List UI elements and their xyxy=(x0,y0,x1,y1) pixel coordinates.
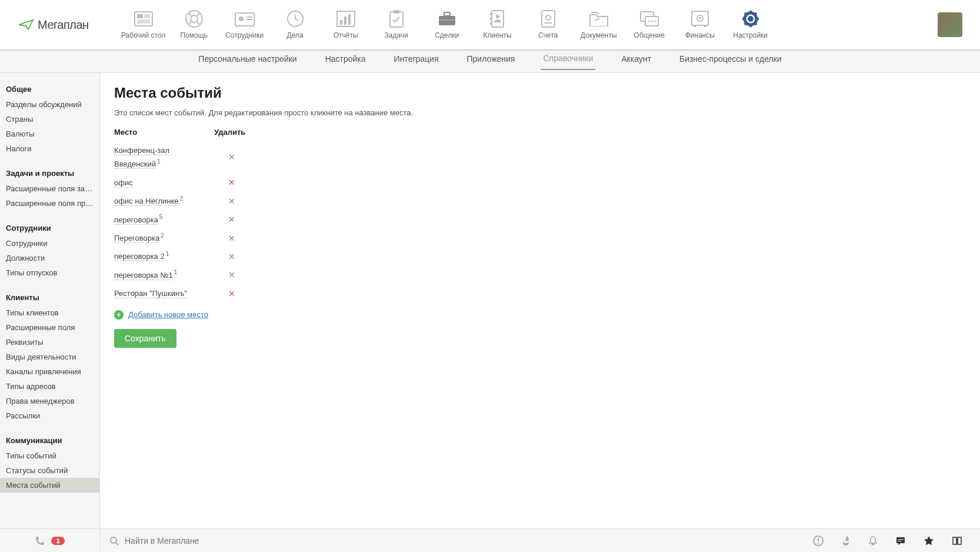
content: ОбщееРазделы обсужденийСтраныВалютыНалог… xyxy=(0,73,980,528)
table-row: Конференц-зал Введенский1✕ xyxy=(114,141,966,174)
subnav-bp[interactable]: Бизнес-процессы и сделки xyxy=(677,54,784,69)
avatar[interactable] xyxy=(938,12,962,37)
subnav-apps[interactable]: Приложения xyxy=(465,54,518,69)
sidebar: ОбщееРазделы обсужденийСтраныВалютыНалог… xyxy=(0,73,100,528)
svg-point-31 xyxy=(651,21,652,22)
messages-icon[interactable] xyxy=(895,536,906,546)
notification-badge[interactable]: 1 xyxy=(51,537,64,545)
safe-icon xyxy=(690,10,710,28)
sidebar-link[interactable]: Валюты xyxy=(0,127,99,141)
sidebar-link[interactable]: Типы событий xyxy=(0,448,99,463)
bell-icon[interactable] xyxy=(868,536,878,546)
logo-text: Мегаплан xyxy=(38,18,89,32)
page-description: Это список мест событий. Для редактирова… xyxy=(114,108,966,117)
svg-point-5 xyxy=(191,15,198,22)
place-name[interactable]: офис на Неглинке xyxy=(114,197,178,206)
search-icon xyxy=(109,536,119,546)
nav-deals[interactable]: Сделки xyxy=(422,10,472,39)
nav-invoices[interactable]: Счета xyxy=(523,10,574,39)
star-icon[interactable] xyxy=(924,536,934,546)
contacts-icon xyxy=(488,10,508,28)
main: Места событий Это список мест событий. Д… xyxy=(100,73,980,528)
sidebar-link[interactable]: Рассылки xyxy=(0,408,99,423)
place-name[interactable]: Переговорка xyxy=(114,234,159,243)
delete-icon[interactable]: ✕ xyxy=(214,289,249,298)
sidebar-link[interactable]: Страны xyxy=(0,112,99,127)
add-place-row[interactable]: + Добавить новое место xyxy=(114,310,966,320)
nav-employees[interactable]: Сотрудники xyxy=(219,10,270,39)
subnav-setup[interactable]: Настройка xyxy=(323,54,368,69)
nav-settings[interactable]: Настройки xyxy=(725,10,776,39)
sidebar-link[interactable]: Сотрудники xyxy=(0,236,99,251)
place-name[interactable]: офис xyxy=(114,178,133,188)
subnav-directories[interactable]: Справочники xyxy=(541,54,595,70)
nav-desktop[interactable]: Рабочий стол xyxy=(118,10,169,39)
nav-help[interactable]: Помощь xyxy=(169,10,219,39)
nav-tasks[interactable]: Задачи xyxy=(371,10,422,39)
invoice-icon xyxy=(538,10,558,28)
svg-rect-45 xyxy=(898,539,904,540)
place-name[interactable]: переговорка xyxy=(114,215,158,225)
nav-documents[interactable]: Документы xyxy=(574,10,624,39)
svg-point-32 xyxy=(654,21,655,22)
folder-icon xyxy=(589,10,609,28)
place-name[interactable]: Ресторан "Пушкинъ" xyxy=(114,289,187,298)
subnav-integration[interactable]: Интеграция xyxy=(392,54,441,69)
book-icon[interactable] xyxy=(952,536,962,546)
nav-affairs[interactable]: Дела xyxy=(270,10,321,39)
sidebar-link[interactable]: Типы отпусков xyxy=(0,265,99,280)
sidebar-link[interactable]: Расширенные поля задач xyxy=(0,181,99,196)
place-name[interactable]: переговорка №1 xyxy=(114,271,173,280)
place-name[interactable]: переговорка 2 xyxy=(114,252,165,261)
svg-rect-13 xyxy=(344,16,346,25)
delete-icon[interactable]: ✕ xyxy=(214,197,249,206)
subnav-personal[interactable]: Персональные настройки xyxy=(196,54,299,69)
place-name[interactable]: Конференц-зал Введенский xyxy=(114,146,169,169)
svg-rect-22 xyxy=(490,13,492,15)
sidebar-link[interactable]: Расширенные поля проек… xyxy=(0,196,99,211)
delete-icon[interactable]: ✕ xyxy=(214,234,249,243)
sidebar-link[interactable]: Типы клиентов xyxy=(0,305,99,320)
alert-icon[interactable] xyxy=(813,536,824,546)
delete-icon[interactable]: ✕ xyxy=(214,178,249,187)
svg-rect-3 xyxy=(137,19,150,24)
sidebar-heading: Сотрудники xyxy=(0,220,99,236)
place-count: 1 xyxy=(157,158,161,165)
sidebar-link[interactable]: Налоги xyxy=(0,141,99,156)
svg-rect-23 xyxy=(490,18,492,20)
svg-point-35 xyxy=(699,17,701,19)
sidebar-link[interactable]: Места событий xyxy=(0,478,99,493)
phone-icon[interactable] xyxy=(35,536,45,546)
svg-rect-27 xyxy=(544,22,552,24)
sidebar-link[interactable]: Расширенные поля xyxy=(0,320,99,335)
sidebar-heading: Задачи и проекты xyxy=(0,165,99,181)
nav-communication[interactable]: Общение xyxy=(624,10,675,39)
top-nav: Рабочий стол Помощь Сотрудники Дела Отчё… xyxy=(118,10,938,39)
sidebar-link[interactable]: Реквизиты xyxy=(0,335,99,350)
save-button[interactable]: Сохранить xyxy=(114,329,176,348)
search-input[interactable] xyxy=(125,536,786,546)
svg-rect-24 xyxy=(490,22,492,25)
svg-rect-9 xyxy=(246,19,252,20)
delete-icon[interactable]: ✕ xyxy=(214,152,249,162)
nav-clients[interactable]: Клиенты xyxy=(472,10,523,39)
delete-icon[interactable]: ✕ xyxy=(214,252,249,261)
sidebar-link[interactable]: Разделы обсуждений xyxy=(0,97,99,112)
sidebar-link[interactable]: Виды деятельности xyxy=(0,350,99,364)
logo[interactable]: Мегаплан xyxy=(18,18,89,32)
desktop-icon xyxy=(134,10,154,28)
sidebar-link[interactable]: Права менеджеров xyxy=(0,394,99,408)
delete-icon[interactable]: ✕ xyxy=(214,215,249,224)
nav-finance[interactable]: Финансы xyxy=(675,10,725,39)
table-row: переговорка5✕ xyxy=(114,211,966,229)
delete-icon[interactable]: ✕ xyxy=(214,270,249,280)
sidebar-link[interactable]: Каналы привлечения xyxy=(0,364,99,379)
svg-rect-46 xyxy=(898,541,902,541)
sidebar-link[interactable]: Типы адресов xyxy=(0,379,99,394)
svg-point-21 xyxy=(496,15,499,18)
nav-reports[interactable]: Отчёты xyxy=(321,10,371,39)
sidebar-link[interactable]: Статусы событий xyxy=(0,463,99,478)
sidebar-link[interactable]: Должности xyxy=(0,251,99,265)
fire-icon[interactable] xyxy=(841,536,851,546)
subnav-account[interactable]: Аккаунт xyxy=(619,54,654,69)
